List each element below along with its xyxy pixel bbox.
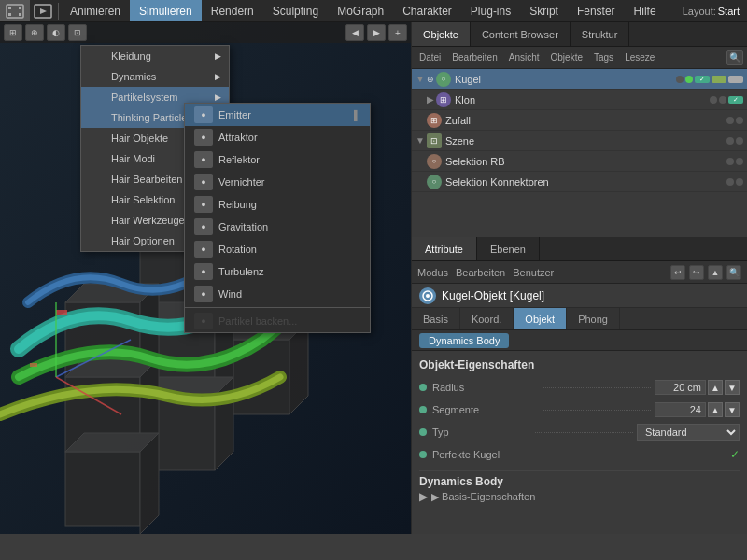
menu-kleidung[interactable]: Kleidung (81, 46, 229, 66)
selrb-dot-2 (736, 158, 743, 165)
right-panel: Objekte Content Browser Struktur Datei B… (411, 22, 747, 534)
segmente-stepper: ▲ ▼ (655, 402, 740, 417)
kugel-vis: ✓ (676, 76, 743, 83)
segmente-input[interactable] (655, 402, 706, 417)
menu-animieren[interactable]: Animieren (61, 0, 130, 21)
obj-tool-tags[interactable]: Tags (590, 52, 617, 63)
attr-undo-btn[interactable]: ↩ (670, 265, 685, 280)
emitter-wind-icon: ● (194, 286, 213, 302)
menu-mograph[interactable]: MoGraph (328, 0, 393, 21)
prop-radius-row: Radius ▲ ▼ (419, 377, 740, 398)
property-tabs: Basis Koord. Objekt Phong (412, 308, 747, 330)
attr-redo-btn[interactable]: ↪ (689, 265, 704, 280)
main-area: ⊞ ⊕ ◐ ⊡ ◀ ▶ + Kleidung Dynamics Partikel… (0, 22, 747, 534)
svg-rect-3 (19, 7, 21, 9)
emitter-wind[interactable]: ● Wind (185, 283, 370, 305)
tab-attribute[interactable]: Attribute (412, 237, 477, 260)
menu-simulieren[interactable]: Simulieren (130, 0, 202, 21)
viewport-btn2[interactable]: ⊕ (25, 24, 44, 41)
radius-stepper-up[interactable]: ▲ (708, 380, 723, 395)
viewport-arrow-left[interactable]: ◀ (345, 24, 364, 41)
obj-row-klon[interactable]: ▶ ⊞ Klon ✓ (412, 90, 747, 110)
layout-value: Start (718, 6, 740, 17)
menu-sculpting[interactable]: Sculpting (263, 0, 328, 21)
toolbar-film-icon[interactable] (0, 0, 30, 21)
radius-stepper-down[interactable]: ▼ (725, 380, 740, 395)
attr-benutzer[interactable]: Benutzer (513, 267, 554, 278)
viewport-btn3[interactable]: ◐ (47, 24, 65, 41)
menu-fenster[interactable]: Fenster (568, 0, 625, 21)
obj-tool-bearbeiten[interactable]: Bearbeiten (448, 52, 500, 63)
menu-plugins[interactable]: Plug-ins (461, 0, 520, 21)
obj-row-zufall[interactable]: ⊞ Zufall (412, 110, 747, 131)
obj-row-selektion-konnektoren[interactable]: ○ Selektion Konnektoren (412, 172, 747, 192)
tab-basis[interactable]: Basis (412, 308, 460, 329)
emitter-rotation[interactable]: ● Rotation (185, 238, 370, 260)
klon-dot-2 (719, 96, 726, 104)
typ-select[interactable]: Standard Tetraeder Hexaeder Oktaeder (637, 424, 740, 441)
emitter-emitter[interactable]: ● Emitter ▌ (185, 104, 370, 126)
selkon-vis (726, 178, 743, 186)
zufall-vis (726, 117, 743, 124)
viewport-btn4[interactable]: ⊡ (68, 24, 87, 41)
zufall-name: Zufall (445, 115, 726, 126)
tab-phong[interactable]: Phong (567, 308, 620, 329)
svg-point-41 (426, 294, 430, 298)
attr-modus[interactable]: Modus (417, 267, 448, 278)
tab-struktur[interactable]: Struktur (571, 22, 630, 46)
emitter-submenu: ● Emitter ▌ ● Attraktor ● Reflektor ● (184, 103, 371, 333)
obj-tool-datei[interactable]: Datei (416, 52, 444, 63)
typ-filler (535, 432, 634, 433)
tab-objekte[interactable]: Objekte (412, 22, 471, 46)
emitter-reflektor[interactable]: ● Reflektor (185, 148, 370, 171)
kugel-expand-icon: ⊕ (427, 75, 434, 84)
emitter-reibung[interactable]: ● Reibung (185, 193, 370, 216)
tab-content-browser[interactable]: Content Browser (471, 22, 571, 46)
radius-input[interactable] (655, 380, 706, 395)
obj-search-btn[interactable]: 🔍 (726, 50, 743, 65)
menu-hilfe[interactable]: Hilfe (625, 0, 666, 21)
tab-koord[interactable]: Koord. (460, 308, 514, 329)
selkon-icon: ○ (427, 175, 442, 189)
obj-tool-ansicht[interactable]: Ansicht (505, 52, 543, 63)
dynamics-body-btn[interactable]: Dynamics Body (419, 333, 509, 348)
emitter-attraktor[interactable]: ● Attraktor (185, 126, 370, 148)
selrb-name: Selektion RB (445, 156, 726, 167)
viewport-add[interactable]: + (388, 24, 407, 41)
viewport-arrow-right[interactable]: ▶ (367, 24, 386, 41)
attr-up-btn[interactable]: ▲ (708, 265, 723, 280)
menu-bar: Animieren Simulieren Rendern Sculpting M… (0, 0, 747, 22)
menu-skript[interactable]: Skript (520, 0, 568, 21)
tab-objekt[interactable]: Objekt (514, 308, 567, 329)
obj-row-kugel[interactable]: ▼ ⊕ ○ Kugel ✓ (412, 69, 747, 90)
obj-tool-objekte[interactable]: Objekte (547, 52, 586, 63)
emitter-vernichter[interactable]: ● Vernichter (185, 171, 370, 193)
emitter-turbulenz[interactable]: ● Turbulenz (185, 260, 370, 283)
emitter-turbulenz-icon: ● (194, 263, 213, 280)
attr-bearbeiten[interactable]: Bearbeiten (456, 267, 505, 278)
segmente-stepper-down[interactable]: ▼ (725, 402, 740, 417)
menu-dynamics[interactable]: Dynamics (81, 66, 229, 87)
segmente-stepper-up[interactable]: ▲ (708, 402, 723, 417)
basis-eigenschaften-row[interactable]: ▶ ▶ Basis-Eigenschaften (419, 488, 740, 505)
menu-charakter[interactable]: Charakter (393, 0, 461, 21)
tab-ebenen[interactable]: Ebenen (477, 237, 540, 260)
szene-dot-2 (736, 137, 743, 145)
emitter-backen-icon: ● (194, 313, 213, 329)
radius-stepper: ▲ ▼ (655, 380, 740, 395)
object-toolbar: Datei Bearbeiten Ansicht Objekte Tags Le… (412, 47, 747, 69)
typ-label: Typ (432, 427, 531, 438)
viewport-btn1[interactable]: ⊞ (4, 24, 22, 41)
svg-marker-6 (40, 8, 47, 14)
obj-row-szene[interactable]: ▼ ⊡ Szene (412, 131, 747, 151)
emitter-gravitation[interactable]: ● Gravitation (185, 216, 370, 238)
obj-tool-leseze[interactable]: Leseze (621, 52, 658, 63)
attr-search-btn[interactable]: 🔍 (726, 265, 741, 280)
toolbar-film2-icon[interactable] (30, 0, 56, 21)
menu-rendern[interactable]: Rendern (202, 0, 263, 21)
basis-arrow: ▶ (419, 490, 428, 503)
selkon-name: Selektion Konnektoren (445, 176, 726, 188)
obj-row-selektion-rb[interactable]: ○ Selektion RB (412, 151, 747, 172)
properties-panel: Objekt-Eigenschaften Radius ▲ ▼ Segmente (412, 351, 747, 534)
szene-name: Szene (445, 135, 726, 147)
